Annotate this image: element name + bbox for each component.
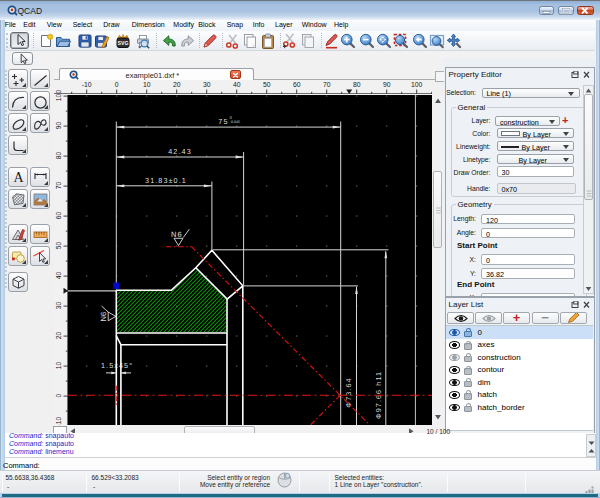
svg-text:SVG: SVG	[117, 40, 128, 46]
svg-text:31.83±0.1: 31.83±0.1	[145, 175, 187, 184]
svg-text:42.43: 42.43	[168, 146, 192, 155]
svg-text:N6: N6	[171, 230, 183, 239]
svg-text:A: A	[13, 170, 24, 185]
svg-text:N6: N6	[99, 311, 108, 321]
svg-text:-0.045: -0.045	[230, 120, 240, 124]
svg-text:75: 75	[218, 116, 228, 125]
svg-text:Φ73.64: Φ73.64	[344, 377, 353, 407]
